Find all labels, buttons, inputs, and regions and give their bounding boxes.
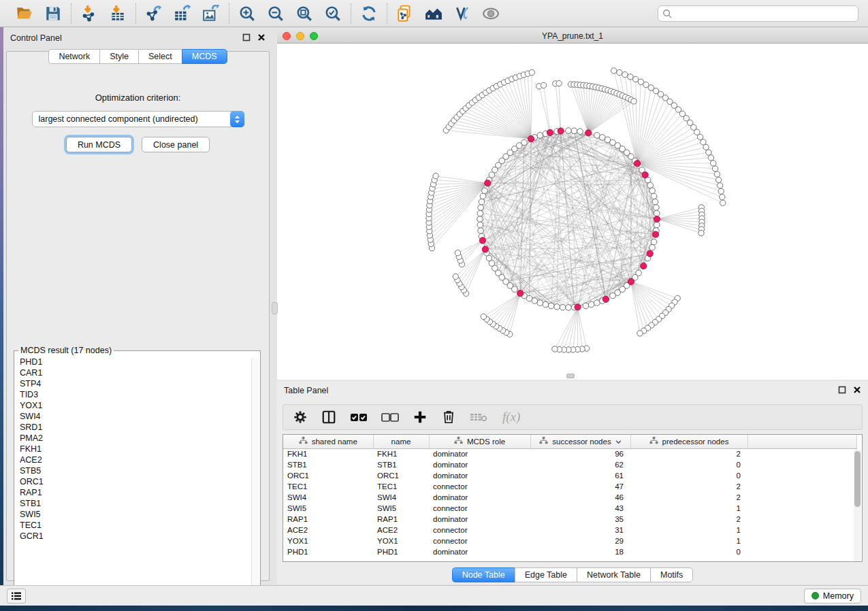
cell-mcds_role[interactable]: dominator [429,470,530,481]
cell-mcds_role[interactable]: dominator [429,514,530,525]
zoom-selected-icon[interactable] [323,4,342,23]
ring-node[interactable] [583,303,589,309]
ring-node[interactable] [577,129,583,135]
memory-button[interactable]: Memory [804,589,861,604]
delete-column-icon[interactable] [441,410,456,425]
mcds-hub-node[interactable] [634,161,640,167]
leaf-node[interactable] [703,144,709,150]
table-row[interactable]: ORC1ORC1dominator610 [283,470,856,481]
save-session-icon[interactable] [44,4,63,23]
leaf-node[interactable] [706,150,711,155]
table-row[interactable]: TEC1TEC1connector472 [283,481,856,492]
float-panel-icon[interactable] [242,33,251,44]
mcds-result-item[interactable]: SRD1 [20,422,260,433]
cell-name[interactable]: RAP1 [373,514,429,525]
column-header-shared-name[interactable]: shared name [283,435,373,448]
ring-node[interactable] [548,303,554,309]
ring-node[interactable] [478,205,484,211]
cell-name[interactable]: SWI4 [373,492,429,503]
show-graphics-details-icon[interactable] [481,4,500,23]
leaf-node[interactable] [617,69,622,75]
delete-table-icon[interactable] [470,411,487,423]
mcds-hub-node[interactable] [628,278,634,284]
ring-node[interactable] [537,300,543,306]
split-pane-handle[interactable] [272,302,278,314]
close-panel-icon[interactable] [853,386,861,396]
float-panel-icon[interactable] [838,386,846,396]
cell-successor_nodes[interactable]: 31 [530,525,630,535]
mcds-result-item[interactable]: STP4 [20,378,260,389]
cell-shared_name[interactable]: YOX1 [283,535,373,546]
cell-shared_name[interactable]: TEC1 [283,481,373,492]
column-header-successor-nodes[interactable]: successor nodes [530,435,630,448]
cell-successor_nodes[interactable]: 18 [530,546,630,557]
cell-successor_nodes[interactable]: 61 [530,470,630,481]
leaf-node[interactable] [717,183,722,188]
ring-node[interactable] [654,210,660,216]
leaf-node[interactable] [720,200,726,205]
mcds-hub-node[interactable] [654,216,660,222]
mcds-hub-node[interactable] [479,237,485,244]
leaf-node[interactable] [632,76,638,82]
leaf-node[interactable] [453,274,458,279]
cell-predecessor_nodes[interactable]: 0 [630,546,748,557]
tab-network-table[interactable]: Network Table [577,567,650,582]
export-table-icon[interactable] [173,4,192,23]
ring-node[interactable] [651,193,657,199]
ring-node[interactable] [654,205,660,211]
cell-mcds_role[interactable]: connector [429,525,530,535]
cell-successor_nodes[interactable]: 47 [530,481,630,492]
ring-node[interactable] [480,193,486,199]
mcds-hub-node[interactable] [517,290,524,296]
show-home-icon[interactable] [424,4,443,23]
leaf-node[interactable] [638,79,643,84]
leaf-node[interactable] [481,314,486,319]
ring-node[interactable] [652,199,658,205]
cell-shared_name[interactable]: PHD1 [283,546,373,557]
ring-node[interactable] [479,199,485,205]
leaf-node[interactable] [708,155,713,161]
ring-node[interactable] [543,301,549,308]
column-header-name[interactable]: name [373,435,429,448]
add-column-icon[interactable] [413,410,428,425]
leaf-node[interactable] [714,171,720,177]
cell-mcds_role[interactable]: connector [429,503,530,514]
export-image-icon[interactable] [202,4,221,23]
leaf-node[interactable] [719,194,724,199]
table-row[interactable]: SWI4SWI4dominator462 [283,492,856,503]
tab-style[interactable]: Style [99,49,138,64]
ring-node[interactable] [594,300,600,306]
import-network-icon[interactable] [80,4,99,23]
leaf-node[interactable] [698,230,704,235]
unselect-all-icon[interactable] [381,411,399,423]
cell-predecessor_nodes[interactable]: 2 [630,492,748,503]
function-builder-icon[interactable]: f(x) [501,409,527,425]
leaf-node[interactable] [529,69,534,75]
tab-select[interactable]: Select [138,49,182,64]
import-table-icon[interactable] [108,4,127,23]
mcds-result-item[interactable]: GCR1 [20,531,260,542]
leaf-node[interactable] [631,99,637,104]
ring-node[interactable] [566,305,572,311]
table-row[interactable]: PHD1PHD1dominator180 [283,546,856,557]
leaf-node[interactable] [701,139,706,145]
tab-motifs[interactable]: Motifs [650,567,693,582]
close-panel-button[interactable]: Close panel [142,137,210,152]
column-header-predecessor-nodes[interactable]: predecessor nodes [630,435,748,448]
table-row[interactable]: STB1STB1dominator620 [283,459,856,470]
task-history-button[interactable] [7,589,26,604]
mcds-result-item[interactable]: SWI4 [20,411,260,422]
mcds-result-item[interactable]: CAR1 [20,367,260,378]
criterion-select[interactable]: largest connected component (undirected) [32,111,244,127]
ring-node[interactable] [594,133,600,139]
cell-predecessor_nodes[interactable]: 1 [630,503,748,514]
leaf-node[interactable] [611,68,616,73]
table-row[interactable]: ACE2ACE2connector311 [283,525,856,535]
zoom-fit-icon[interactable] [295,4,314,23]
mcds-hub-node[interactable] [528,136,534,142]
hide-annotations-icon[interactable] [453,4,472,23]
cell-name[interactable]: ORC1 [373,470,429,481]
leaf-node[interactable] [710,161,716,166]
table-row[interactable]: FKH1FKH1dominator962 [283,448,856,459]
zoom-in-icon[interactable] [238,4,257,23]
